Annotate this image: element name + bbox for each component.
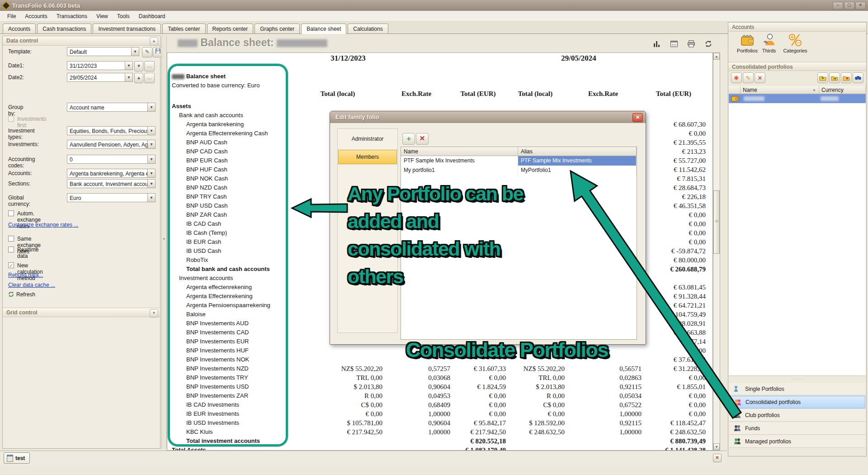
refresh-view-icon[interactable] xyxy=(703,38,714,49)
member-alias-cell[interactable]: PTF Sample Mix Investments xyxy=(518,156,637,166)
calendar-icon[interactable] xyxy=(669,38,679,49)
edit-template-button[interactable]: ✎ xyxy=(142,47,152,57)
scrollbar-thumb[interactable] xyxy=(713,190,720,254)
portfolio-type-managed-portfolios[interactable]: Managed portfolios xyxy=(729,435,865,448)
portfolio-type-icon xyxy=(734,438,741,445)
column-header: Exch.Rate xyxy=(565,90,642,98)
currency-column-header[interactable]: Currency xyxy=(819,86,866,94)
date1-select[interactable]: 31/12/2023 xyxy=(67,61,133,70)
new-calculation-method-checkbox[interactable]: ✓ xyxy=(8,262,14,268)
categories-button[interactable]: Categories xyxy=(781,33,810,53)
amount-cell: € 104.759,49 xyxy=(642,311,706,320)
menu-item-transactions[interactable]: Transactions xyxy=(52,12,92,21)
portfolio-type-icon xyxy=(734,385,741,392)
dialog-title-bar[interactable]: Edit family folio ✕ xyxy=(330,111,646,123)
accounts-select[interactable]: Argenta bankrekening, Argenta effectenr.… xyxy=(67,169,156,178)
amount-cell: 0,68409 xyxy=(382,401,450,410)
same-exchange-rates-checkbox[interactable] xyxy=(8,236,14,242)
scroll-down-icon[interactable]: ▼ xyxy=(713,443,720,450)
scroll-up-icon[interactable]: ▲ xyxy=(713,53,720,60)
investment-types-select[interactable]: Equities, Bonds, Funds, Precious metals,… xyxy=(67,126,156,135)
maximize-button[interactable]: ▢ xyxy=(844,2,854,10)
menu-item-dashboard[interactable]: Dashboard xyxy=(134,12,170,21)
date1-more-button[interactable]: … xyxy=(144,61,155,71)
amount-cell: € 820.552,18 xyxy=(450,437,506,446)
bottom-close-button[interactable]: ✕ xyxy=(713,454,722,462)
close-button[interactable]: ✕ xyxy=(855,2,866,10)
search-button[interactable] xyxy=(853,72,863,83)
new-portfolio-button[interactable]: ✱ xyxy=(731,72,742,83)
thirds-button[interactable]: Thirds xyxy=(759,33,779,53)
collapse-panel-button[interactable]: ▴ xyxy=(150,37,158,46)
investments-label: Investments: xyxy=(8,141,39,147)
member-name-cell[interactable]: PTF Sample Mix Investments xyxy=(401,156,518,166)
autom-exchange-rates-checkbox[interactable] xyxy=(8,210,14,216)
categories-label: Categories xyxy=(783,48,807,53)
amount-cell: C$ 0,00 xyxy=(293,401,382,410)
sections-label: Sections: xyxy=(8,180,30,187)
panel-splitter-dots[interactable]: ····· xyxy=(728,376,866,381)
import-portfolio-button[interactable] xyxy=(817,72,828,83)
clear-data-cache-link[interactable]: Clear data cache ... xyxy=(8,282,55,288)
portfolios-button[interactable]: Portfolios xyxy=(734,33,761,53)
investments-first-checkbox[interactable] xyxy=(8,116,14,122)
member-alias-cell[interactable]: MyPortfolio1 xyxy=(518,166,637,175)
edit-portfolio-button[interactable]: ✎ xyxy=(743,72,754,83)
member-name-cell[interactable]: My portfolio1 xyxy=(401,166,518,175)
tab-accounts[interactable]: Accounts xyxy=(3,24,36,33)
menu-item-accounts[interactable]: Accounts xyxy=(20,12,52,21)
tab-investment-transactions[interactable]: Investment transactions xyxy=(93,24,161,33)
realtime-data-checkbox[interactable] xyxy=(8,247,14,252)
bottom-tab-test[interactable]: test xyxy=(4,452,30,464)
tab-calculations[interactable]: Calculations xyxy=(348,24,388,33)
tab-tables-center[interactable]: Tables center xyxy=(162,24,205,33)
menu-item-view[interactable]: View xyxy=(92,12,113,21)
dialog-close-button[interactable]: ✕ xyxy=(632,113,643,122)
nav-item-members[interactable]: Members xyxy=(338,150,397,164)
accounting-codes-select[interactable]: 0 xyxy=(67,155,156,164)
portfolio-type-single-portfolios[interactable]: Single Portfolios xyxy=(729,383,865,395)
global-currency-select[interactable]: Euro xyxy=(67,193,156,202)
minimize-button[interactable]: – xyxy=(833,2,843,10)
chart-icon[interactable] xyxy=(651,38,662,49)
investments-select[interactable]: Aanvullend Pensioen, Adyen, Agnico Eagl.… xyxy=(67,140,156,149)
add-member-button[interactable]: ＋ xyxy=(402,133,415,145)
members-col-name[interactable]: Name xyxy=(401,147,518,156)
group-by-select[interactable]: Account name xyxy=(67,103,156,112)
tab-balance-sheet[interactable]: Balance sheet xyxy=(301,24,346,34)
print-icon[interactable] xyxy=(686,38,697,49)
customize-exchange-rates-link[interactable]: Customize exchange rates ... xyxy=(8,222,78,228)
remove-member-button[interactable]: ✕ xyxy=(416,133,429,145)
amount-cell: € 118.452,47 xyxy=(642,419,706,428)
date2-more-button[interactable]: … xyxy=(144,73,155,83)
expand-panel-button[interactable]: ▾ xyxy=(150,309,158,318)
menu-item-tools[interactable]: Tools xyxy=(113,12,134,21)
members-col-alias[interactable]: Alias xyxy=(518,147,637,156)
menu-item-file[interactable]: File xyxy=(3,12,20,21)
portfolio-type-funds[interactable]: Funds xyxy=(729,422,865,435)
export-portfolio-button[interactable] xyxy=(829,72,840,83)
panel-splitter[interactable]: ◂ xyxy=(161,36,167,449)
date2-select[interactable]: 29/05/2024 xyxy=(67,73,133,82)
portfolio-type-club-portfolios[interactable]: Club portfolios xyxy=(729,409,865,422)
refresh-label[interactable]: Refresh xyxy=(16,291,35,298)
portfolio-type-consolidated-portfolios[interactable]: Consolidated portfolios xyxy=(729,396,865,408)
tab-cash-transactions[interactable]: Cash transactions xyxy=(37,24,91,33)
date2-up-button[interactable]: ▴ xyxy=(134,73,143,83)
remove-folder-button[interactable] xyxy=(841,72,852,83)
rebuild-data-link[interactable]: Rebuild data... xyxy=(8,272,43,278)
name-column-header[interactable]: Name ▲ xyxy=(741,86,819,94)
template-select[interactable]: Default xyxy=(67,47,139,56)
document-scrollbar[interactable]: ▲ ▼ xyxy=(713,52,720,451)
tab-graphs-center[interactable]: Graphs center xyxy=(255,24,300,33)
selected-portfolio-row[interactable] xyxy=(729,94,866,103)
amount-cell: 0,02863 xyxy=(565,374,642,383)
redacted-portfolio-name xyxy=(744,96,764,101)
date1-down-button[interactable]: ▾ xyxy=(134,61,143,71)
tab-reports-center[interactable]: Reports center xyxy=(207,24,254,33)
nav-item-administrator[interactable]: Administrator xyxy=(338,132,397,146)
portfolios-label: Portfolios xyxy=(737,48,758,53)
delete-portfolio-button[interactable]: ✕ xyxy=(755,72,765,83)
amount-cell: € 91.328,44 xyxy=(642,293,706,302)
sections-select[interactable]: Bank account, Investment account xyxy=(67,179,156,188)
